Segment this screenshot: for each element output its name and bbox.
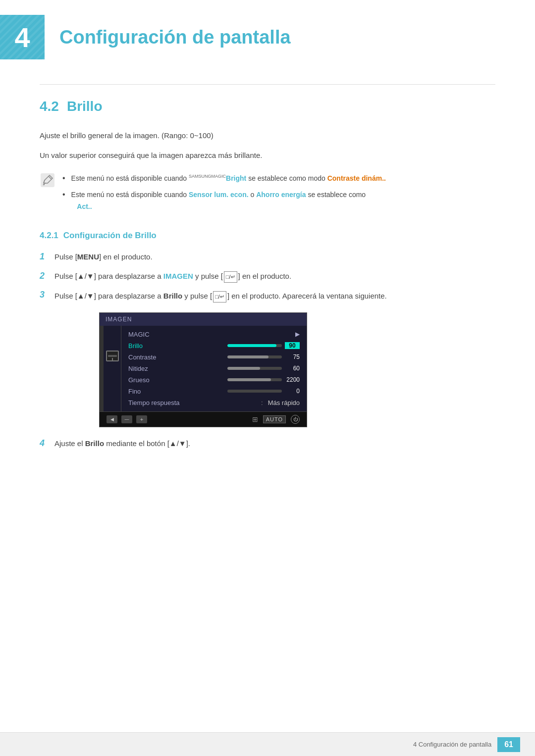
tiempo-label: Tiempo respuesta	[128, 399, 261, 406]
menu-box: IMAGEN	[99, 312, 307, 427]
footer-page-number: 61	[497, 737, 520, 752]
subsection-title: Configuración de Brillo	[63, 231, 157, 241]
menu-icon-bar	[104, 326, 121, 411]
menu-bottom-right-icons: ⊞ AUTO ⏻	[252, 415, 300, 424]
description1: Ajuste el brillo general de la imagen. (…	[40, 129, 495, 142]
enter-icon: □/↵	[224, 271, 237, 283]
section-number: 4.2	[40, 99, 59, 114]
chapter-number: 4	[14, 21, 30, 53]
grueso-label: Grueso	[128, 376, 227, 384]
note1-link: Contraste dinám..	[327, 174, 386, 182]
note-icon	[40, 172, 55, 188]
enter-icon-2: □/↵	[213, 291, 226, 302]
auto-badge: AUTO	[263, 415, 286, 423]
brillo-num: 90	[285, 342, 300, 349]
menu-bottom-bar: ◀ — + ⊞ AUTO ⏻	[100, 411, 307, 427]
step-4-text: Ajuste el Brillo mediante el botón [▲/▼]…	[54, 437, 495, 450]
step-3-text: Pulse [▲/▼] para desplazarse a Brillo y …	[54, 290, 495, 302]
step-1: 1 Pulse [MENU] en el producto.	[40, 251, 495, 263]
imagen-keyword: IMAGEN	[163, 272, 193, 280]
brillo-fill	[227, 344, 276, 347]
step-2: 2 Pulse [▲/▼] para desplazarse a IMAGEN …	[40, 270, 495, 283]
magic-arrow: ▶	[295, 331, 300, 338]
fino-bar	[227, 390, 282, 393]
ahorro-keyword: Ahorro energía	[256, 191, 306, 199]
magic-label: MAGIC	[128, 331, 295, 338]
plus-btn: +	[136, 415, 147, 423]
magic-label: MAGIC	[212, 174, 226, 179]
menu-bottom-left-icons: ◀ — +	[107, 415, 147, 423]
note-box: • Este menú no está disponible cuando SA…	[40, 171, 495, 216]
menu-item-tiempo: Tiempo respuesta : Más rápido	[121, 397, 307, 408]
sensor-keyword: Sensor lum. econ.	[189, 191, 249, 199]
step-2-text: Pulse [▲/▼] para desplazarse a IMAGEN y …	[54, 270, 495, 283]
step-4: 4 Ajuste el Brillo mediante el botón [▲/…	[40, 437, 495, 450]
menu-screenshot: IMAGEN	[99, 312, 307, 427]
screen-icon: ⊞	[252, 415, 258, 423]
tiempo-value: : Más rápido	[261, 399, 300, 406]
menu-item-contraste: Contraste 75	[121, 352, 307, 363]
fino-label: Fino	[128, 388, 227, 395]
menu-key: MENU	[77, 252, 99, 261]
description2: Un valor superior conseguirá que la imag…	[40, 149, 495, 162]
grueso-bar	[227, 378, 282, 381]
subsection-heading: 4.2.1 Configuración de Brillo	[40, 231, 495, 241]
bullet-2: •	[62, 188, 65, 201]
bullet-1: •	[62, 171, 65, 185]
chapter-title: Configuración de pantalla	[59, 27, 291, 48]
step-4-number: 4	[40, 438, 50, 449]
step-1-number: 1	[40, 252, 50, 262]
contraste-bar	[227, 355, 282, 358]
contraste-value: 75	[227, 353, 300, 360]
samsung-label: SAMSUNG	[189, 174, 212, 179]
grueso-value: 2200	[227, 376, 300, 383]
nitidez-label: Nitidez	[128, 365, 227, 372]
nitidez-fill	[227, 367, 260, 370]
brillo-label: Brillo	[128, 342, 227, 350]
grueso-num: 2200	[285, 376, 300, 383]
chapter-number-block: 4	[0, 15, 45, 59]
fino-num: 0	[285, 388, 300, 395]
nitidez-bar	[227, 367, 282, 370]
grueso-fill	[227, 378, 271, 381]
menu-header: IMAGEN	[100, 313, 307, 326]
tiempo-text: Más rápido	[268, 399, 300, 406]
act-link: Act..	[77, 202, 92, 210]
brillo-bar	[227, 344, 282, 347]
colon: :	[261, 399, 263, 406]
power-icon: ⏻	[291, 415, 300, 424]
menu-items-area: MAGIC ▶ Brillo 90	[100, 326, 307, 411]
nitidez-num: 60	[285, 365, 300, 372]
svg-rect-0	[41, 173, 54, 187]
menu-item-grueso: Grueso 2200	[121, 374, 307, 386]
main-content: 4.2 Brillo Ajuste el brillo general de l…	[0, 84, 535, 499]
note1-text: Este menú no está disponible cuando SAMS…	[71, 173, 386, 185]
subsection-number: 4.2.1	[40, 231, 58, 241]
brillo-keyword-4: Brillo	[85, 439, 104, 448]
step-3-number: 3	[40, 290, 50, 300]
menu-item-nitidez: Nitidez 60	[121, 363, 307, 374]
minus-btn: —	[121, 415, 132, 423]
prev-btn: ◀	[107, 415, 117, 423]
note-line-2: • Este menú no está disponible cuando Se…	[62, 188, 495, 213]
page-header: 4 Configuración de pantalla	[0, 0, 535, 69]
step-3: 3 Pulse [▲/▼] para desplazarse a Brillo …	[40, 290, 495, 302]
contraste-label: Contraste	[128, 353, 227, 361]
monitor-icon	[106, 351, 119, 361]
nitidez-value: 60	[227, 365, 300, 372]
menu-item-fino: Fino 0	[121, 386, 307, 397]
note-lines: • Este menú no está disponible cuando SA…	[62, 171, 495, 216]
menu-left-bar	[100, 326, 104, 411]
step-2-number: 2	[40, 271, 50, 281]
page-footer: 4 Configuración de pantalla 61	[0, 732, 535, 756]
bright-keyword: Bright	[226, 174, 246, 182]
fino-value: 0	[227, 388, 300, 395]
brillo-value: 90	[227, 342, 300, 349]
menu-item-brillo: Brillo 90	[121, 340, 307, 352]
section-title: Brillo	[67, 99, 103, 114]
section-heading: 4.2 Brillo	[40, 99, 495, 114]
brillo-keyword: Brillo	[163, 292, 182, 300]
menu-list: MAGIC ▶ Brillo 90	[121, 326, 307, 411]
note2-text: Este menú no está disponible cuando Sens…	[71, 189, 366, 213]
contraste-fill	[227, 355, 268, 358]
